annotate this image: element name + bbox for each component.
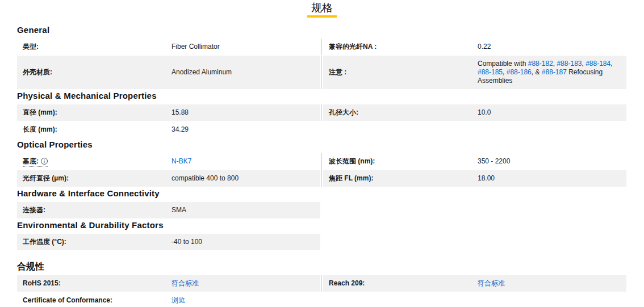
specifications-table: General类型:Fiber Collimator兼容的光纤NA :0.22外… [17, 26, 626, 307]
section-heading-4: Environmental & Durability Factors [17, 221, 626, 229]
spec-label-text: 基底:i [23, 157, 48, 167]
spec-cell: Reach 209:符合标准 [323, 275, 626, 292]
spec-cell: 兼容的光纤NA :0.22 [323, 39, 626, 55]
spec-value: N-BK7 [172, 157, 315, 166]
spec-text: Compatible with [478, 60, 528, 68]
spec-cell: 直径 (mm):15.88 [17, 104, 320, 121]
spec-label: Reach 209: [329, 279, 478, 288]
spec-row: 工作温度 (°C):-40 to 100 [17, 234, 626, 250]
section-heading-0: General [17, 26, 626, 34]
spec-cell: 连接器:SMA [17, 202, 320, 218]
spec-row: 外壳材质:Anodized Aluminum注意 :Compatible wit… [17, 56, 626, 89]
spec-row: 基底:iN-BK7波长范围 (nm):350 - 2200 [17, 153, 626, 170]
spec-row: 直径 (mm):15.88孔径大小:10.0 [17, 104, 626, 121]
spec-value: -40 to 100 [172, 238, 315, 246]
spec-value: 15.88 [172, 108, 315, 117]
section-heading-3: Hardware & Interface Connectivity [17, 189, 626, 197]
spec-text: , [503, 68, 507, 76]
spec-text: , [610, 60, 612, 68]
spec-link[interactable]: #88-187 [542, 68, 567, 76]
spec-value: SMA [172, 206, 315, 215]
spec-value: Anodized Aluminum [172, 68, 315, 77]
spec-value: Compatible with #88-182, #88-183, #88-18… [478, 60, 621, 85]
spec-label: 连接器: [23, 206, 172, 215]
spec-value: compatible 400 to 800 [172, 174, 315, 183]
spec-link[interactable]: #88-182 [528, 60, 553, 68]
spec-value: 符合标准 [478, 279, 621, 288]
spec-link[interactable]: #88-184 [586, 60, 610, 68]
section-heading-2: Optical Properties [17, 140, 626, 149]
spec-label: 焦距 FL (mm): [329, 174, 478, 183]
spec-cell: 光纤直径 (µm):compatible 400 to 800 [17, 170, 320, 187]
spec-label: 基底:i [23, 157, 172, 166]
spec-link[interactable]: N-BK7 [172, 157, 191, 165]
spec-label: 注意 : [329, 68, 478, 77]
spec-label: 波长范围 (nm): [329, 157, 478, 166]
spec-value: 10.0 [478, 108, 621, 117]
spec-text: , & [532, 68, 542, 76]
spec-value: Fiber Collimator [172, 43, 315, 51]
spec-label: 孔径大小: [329, 108, 478, 117]
spec-cell: 基底:iN-BK7 [17, 153, 320, 170]
spec-cell: 孔径大小:10.0 [323, 104, 626, 121]
spec-cell: 波长范围 (nm):350 - 2200 [323, 153, 626, 170]
spec-link[interactable]: #88-185 [478, 68, 503, 76]
spec-value: 0.22 [478, 43, 621, 51]
spec-label: 类型: [23, 43, 172, 51]
spec-link[interactable]: #88-183 [557, 60, 582, 68]
specs-tab-title[interactable]: 规格 [307, 2, 337, 18]
spec-label: 直径 (mm): [23, 108, 172, 117]
spec-cell: 外壳材质:Anodized Aluminum [17, 56, 320, 89]
spec-value: 18.00 [478, 174, 621, 183]
spec-cell: 类型:Fiber Collimator [17, 39, 320, 55]
spec-label: Certificate of Conformance: [23, 296, 172, 305]
spec-label: 光纤直径 (µm): [23, 174, 172, 183]
spec-value: 34.29 [172, 125, 315, 134]
spec-link[interactable]: 符合标准 [172, 279, 199, 287]
spec-row: 类型:Fiber Collimator兼容的光纤NA :0.22 [17, 39, 626, 55]
page-title-wrap: 规格 [0, 0, 644, 18]
spec-label: RoHS 2015: [23, 279, 172, 288]
spec-cell: 焦距 FL (mm):18.00 [323, 170, 626, 187]
spec-label: 兼容的光纤NA : [329, 43, 478, 51]
spec-value: 350 - 2200 [478, 157, 621, 166]
section-heading-1: Physical & Mechanical Properties [17, 91, 626, 100]
spec-label: 长度 (mm): [23, 125, 172, 134]
spec-row: 长度 (mm):34.29 [17, 121, 626, 138]
spec-row: Certificate of Conformance:浏览 [17, 292, 626, 307]
spec-cell: 注意 :Compatible with #88-182, #88-183, #8… [323, 56, 626, 89]
spec-link[interactable]: 浏览 [172, 296, 185, 304]
spec-link[interactable]: 符合标准 [478, 279, 505, 287]
section-heading-5: 合规性 [17, 262, 626, 271]
spec-cell: 工作温度 (°C):-40 to 100 [17, 234, 320, 250]
spec-value: 符合标准 [172, 279, 315, 288]
spec-cell: Certificate of Conformance:浏览 [17, 292, 320, 307]
spec-label: 外壳材质: [23, 68, 172, 77]
spec-cell: RoHS 2015:符合标准 [17, 275, 320, 292]
spec-label: 工作温度 (°C): [23, 238, 172, 246]
info-icon[interactable]: i [41, 158, 48, 165]
spec-link[interactable]: #88-186 [507, 68, 532, 76]
spec-cell: 长度 (mm):34.29 [17, 121, 320, 138]
spec-row: RoHS 2015:符合标准Reach 209:符合标准 [17, 275, 626, 292]
spec-row: 连接器:SMA [17, 202, 626, 218]
spec-value: 浏览 [172, 296, 315, 305]
spec-row: 光纤直径 (µm):compatible 400 to 800焦距 FL (mm… [17, 170, 626, 187]
